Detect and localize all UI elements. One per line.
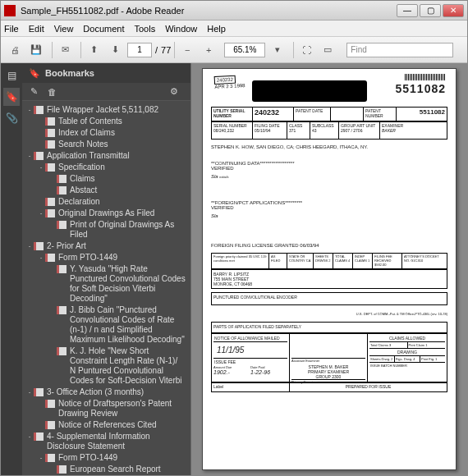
- bookmark-label: Index of Claims: [58, 128, 189, 138]
- bookmark-item[interactable]: -2- Prior Art: [22, 240, 189, 252]
- bookmark-item[interactable]: -3- Office Action (3 months): [22, 387, 189, 398]
- bookmark-icon: [57, 265, 67, 273]
- twist-icon[interactable]: -: [37, 253, 45, 263]
- twist-icon[interactable]: -: [25, 387, 34, 397]
- close-button[interactable]: ✕: [443, 4, 464, 17]
- twist-icon[interactable]: -: [37, 453, 45, 463]
- zoom-out-icon[interactable]: −: [178, 41, 196, 59]
- page-sep: /: [155, 45, 158, 55]
- redaction-bar: [252, 80, 367, 102]
- bookmark-item[interactable]: Declaration: [22, 196, 189, 208]
- next-page-icon[interactable]: ⬇: [106, 41, 124, 59]
- options-icon[interactable]: ⚙: [167, 85, 181, 98]
- maximize-button[interactable]: ▢: [420, 4, 441, 17]
- page-1: 5511082 240232 APR 2 3 1998 UTILITY SERI…: [202, 68, 457, 470]
- twist-icon[interactable]: -: [37, 162, 45, 172]
- bookmark-item[interactable]: Search Notes: [22, 139, 189, 150]
- bookmark-label: Y. Yasuda "High Rate Punctured Convoluti…: [70, 264, 189, 304]
- bookmark-item[interactable]: -4- Supplemental Information Disclosure …: [22, 431, 189, 452]
- bookmark-icon: [45, 454, 55, 462]
- menu-help[interactable]: Help: [207, 24, 226, 34]
- bookmark-item[interactable]: European Search Report: [22, 464, 189, 475]
- menu-edit[interactable]: Edit: [29, 24, 44, 34]
- bookmark-icon: [45, 163, 55, 172]
- pages-tab-icon[interactable]: ▤: [3, 66, 20, 85]
- bookmark-label: 4- Supplemental Information Disclosure S…: [47, 432, 189, 451]
- bookmark-icon: [57, 465, 67, 474]
- prev-page-icon[interactable]: ⬆: [85, 41, 103, 59]
- bookmark-label: Print of Original Drawings As Filed: [70, 220, 189, 240]
- bookmarks-header: 🔖 Bookmarks: [22, 63, 190, 83]
- bookmark-item[interactable]: -Specification: [22, 162, 189, 173]
- save-icon[interactable]: 💾: [27, 41, 45, 59]
- attachments-tab-icon[interactable]: 📎: [3, 109, 20, 127]
- menu-file[interactable]: File: [4, 24, 19, 34]
- menu-view[interactable]: View: [54, 24, 74, 34]
- bookmark-label: K. J. Hole "New Short Constraint Length …: [70, 346, 189, 386]
- bookmark-icon: [45, 421, 55, 429]
- bookmark-item[interactable]: -Original Drawings As Filed: [22, 208, 189, 219]
- bookmarks-tab-icon[interactable]: 🔖: [3, 88, 20, 106]
- bookmark-item[interactable]: Table of Contents: [22, 116, 189, 127]
- menu-bar: File Edit View Document Tools Window Hel…: [1, 21, 467, 37]
- menu-document[interactable]: Document: [83, 24, 124, 34]
- bookmark-item[interactable]: -Application Transmittal: [22, 150, 189, 162]
- bookmark-icon: [45, 400, 55, 408]
- menu-tools[interactable]: Tools: [135, 24, 156, 34]
- bookmark-label: 2- Prior Art: [47, 241, 189, 251]
- bookmark-icon: [34, 388, 44, 396]
- bookmark-item[interactable]: -Form PTO-1449: [22, 252, 189, 263]
- bookmark-icon: [45, 140, 55, 149]
- zoom-dropdown-icon[interactable]: ▾: [268, 41, 287, 59]
- bookmark-icon: [34, 433, 44, 441]
- minimize-button[interactable]: —: [397, 4, 418, 17]
- bookmark-icon: [45, 209, 55, 217]
- fit-width-icon[interactable]: ⛶: [297, 41, 315, 59]
- new-bookmark-icon[interactable]: ✎: [27, 85, 40, 98]
- bookmark-item[interactable]: J. Bibb Cain "Punctured Convolutional Co…: [22, 304, 189, 346]
- bookmark-label: Search Notes: [58, 140, 189, 149]
- bookmarks-toolbar: ✎ 🗑 ⚙: [22, 83, 190, 101]
- mail-icon[interactable]: ✉: [56, 41, 74, 59]
- print-icon[interactable]: 🖨: [6, 41, 24, 59]
- bookmark-label: Table of Contents: [58, 117, 189, 126]
- twist-icon[interactable]: -: [37, 208, 45, 218]
- bookmark-item[interactable]: -File Wrapper Jacket 5,511,082: [22, 104, 189, 116]
- document-view[interactable]: 5511082 240232 APR 2 3 1998 UTILITY SERI…: [191, 63, 467, 475]
- bookmark-item[interactable]: Y. Yasuda "High Rate Punctured Convoluti…: [22, 263, 189, 304]
- bookmark-icon: [45, 129, 55, 137]
- menu-window[interactable]: Window: [165, 24, 197, 34]
- bookmark-label: Form PTO-1449: [58, 453, 189, 463]
- bookmark-item[interactable]: K. J. Hole "New Short Constraint Length …: [22, 346, 189, 387]
- bookmark-item[interactable]: Print of Original Drawings As Filed: [22, 219, 189, 240]
- bookmark-label: Application Transmittal: [47, 151, 189, 161]
- bookmark-item[interactable]: Index of Claims: [22, 127, 189, 139]
- twist-icon[interactable]: -: [25, 105, 34, 115]
- bookmark-label: European Search Report: [70, 465, 189, 474]
- bookmark-item[interactable]: Notice of Draftsperson's Patent Drawing …: [22, 398, 189, 419]
- bookmark-label: Form PTO-1449: [58, 253, 189, 263]
- bookmark-icon: [45, 254, 55, 262]
- fit-page-icon[interactable]: ▭: [319, 41, 337, 59]
- bookmark-item[interactable]: Abstact: [22, 185, 189, 196]
- bookmark-label: Declaration: [58, 197, 189, 207]
- applicants: STEPHEN K. HOW, SAN DIEGO, CA; CHRIS HEE…: [211, 144, 447, 149]
- zoom-input[interactable]: 65.1%: [224, 43, 265, 57]
- delete-bookmark-icon[interactable]: 🗑: [45, 85, 58, 98]
- page-current-input[interactable]: 1: [127, 43, 152, 57]
- twist-icon[interactable]: -: [25, 151, 34, 161]
- page-total: 77: [161, 45, 171, 55]
- twist-icon[interactable]: -: [25, 432, 34, 442]
- app-icon: [4, 5, 16, 16]
- toolbar: 🖨 💾 ✉ ⬆ ⬇ 1 / 77 − + 65.1% ▾ ⛶ ▭ Find: [1, 37, 467, 63]
- stamp-block: 240232 APR 2 3 1998: [214, 75, 245, 89]
- side-tabs: ▤ 🔖 📎: [1, 63, 22, 475]
- bookmark-item[interactable]: Claims: [22, 173, 189, 185]
- bookmark-item[interactable]: -Form PTO-1449: [22, 452, 189, 464]
- bookmark-label: Original Drawings As Filed: [58, 208, 189, 218]
- zoom-in-icon[interactable]: +: [200, 41, 218, 59]
- title-bar: Sample_FH5511082.pdf - Adobe Reader — ▢ …: [1, 1, 467, 21]
- find-input[interactable]: Find: [346, 43, 453, 57]
- twist-icon[interactable]: -: [25, 241, 34, 251]
- bookmark-item[interactable]: Notice of References Cited: [22, 419, 189, 431]
